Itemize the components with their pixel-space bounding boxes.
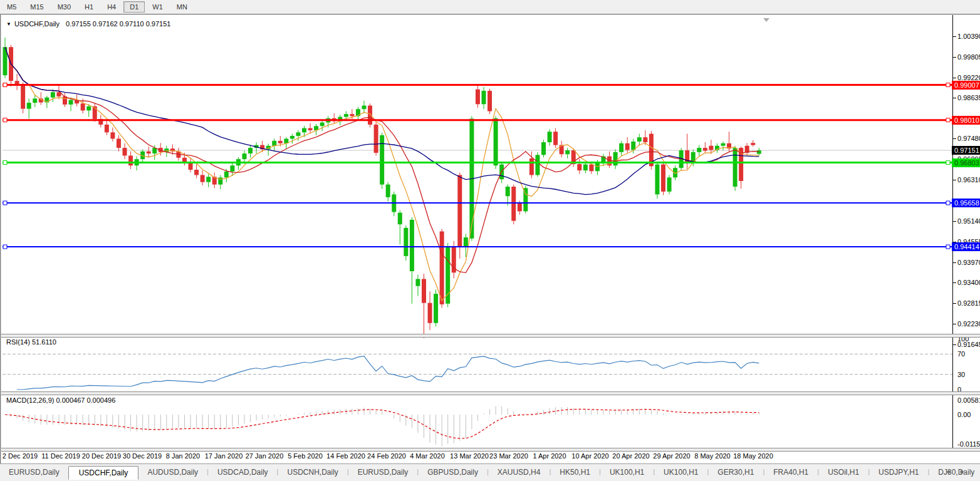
panel-splitter-rsi-macd[interactable]	[1, 391, 980, 395]
candle-body	[415, 279, 420, 286]
chart-bottom-border	[1, 448, 980, 452]
price-tick-label: 0.92815	[957, 299, 980, 307]
candle-body	[230, 165, 234, 172]
candle-body	[242, 153, 247, 159]
candle-body	[422, 279, 426, 303]
candle-body	[320, 123, 325, 127]
candle-body	[434, 294, 438, 323]
date-axis-label: 24 Feb 2020	[367, 452, 406, 460]
candle-body	[476, 90, 480, 105]
candle-body	[110, 132, 115, 138]
chart-tab-gbpusd-daily[interactable]: GBPUSD,Daily	[419, 466, 487, 478]
date-axis-label: 20 Dec 2019	[82, 452, 121, 460]
chart-shift-marker-icon	[763, 18, 769, 22]
candle-body	[757, 150, 761, 154]
level-line-handle[interactable]	[3, 245, 7, 249]
price-tick-label: 0.99805	[957, 53, 980, 61]
candle-body	[518, 203, 522, 211]
candle-body	[362, 106, 367, 110]
level-line-handle[interactable]	[3, 83, 7, 87]
macd-panel-label: MACD(12,26,9) 0.000467 0.000496	[6, 396, 115, 404]
chart-tab-usdcad-daily[interactable]: USDCAD,Daily	[209, 466, 277, 478]
date-axis-label: 18 May 2020	[733, 452, 773, 460]
candle-body	[380, 135, 384, 185]
macd-axis-label: 0.00	[957, 411, 971, 418]
level-line-handle[interactable]	[946, 161, 950, 165]
date-axis-label: 8 Jan 2020	[166, 452, 200, 460]
candle-body	[410, 220, 414, 271]
level-line-handle[interactable]	[946, 118, 950, 122]
timeframe-button-h1[interactable]: H1	[78, 1, 100, 13]
timeframe-button-mn[interactable]: MN	[170, 1, 194, 13]
candle-body	[619, 143, 623, 152]
level-line-handle[interactable]	[3, 201, 7, 205]
candle-body	[529, 158, 534, 175]
timeframe-button-m15[interactable]: M15	[24, 1, 50, 13]
level-line-handle[interactable]	[946, 83, 950, 87]
date-axis-label: 23 Mar 2020	[489, 452, 528, 460]
axis-tick-mark	[953, 78, 956, 78]
chart-tab-eurusd-daily[interactable]: EURUSD,Daily	[0, 466, 68, 478]
chart-tab-hk50-h1[interactable]: HK50,H1	[551, 466, 599, 478]
timeframe-button-m30[interactable]: M30	[51, 1, 77, 13]
timeframe-button-m5[interactable]: M5	[1, 1, 23, 13]
candle-body	[661, 165, 665, 192]
candle-body	[506, 187, 510, 196]
price-tick-label: 0.93400	[957, 279, 980, 286]
axis-tick-mark	[953, 282, 956, 283]
chart-tab-usdcnh-daily[interactable]: USDCNH,Daily	[278, 466, 347, 478]
candle-body	[565, 150, 570, 154]
candle-body	[577, 164, 581, 170]
candle-body	[128, 155, 133, 165]
axis-tick-mark	[953, 324, 956, 324]
candle-body	[482, 91, 486, 104]
candle-body	[637, 137, 642, 142]
chart-tab-ger30-h1[interactable]: GER30,H1	[709, 466, 763, 478]
rsi-axis-label: 30	[957, 371, 965, 378]
chart-tab-audusd-daily[interactable]: AUDUSD,Daily	[138, 466, 207, 478]
chart-tab-uk100-h1[interactable]: UK100,H1	[655, 466, 707, 478]
date-axis-label: 5 Feb 2020	[288, 452, 323, 460]
tab-scroll-left-icon[interactable]: ◄	[945, 468, 959, 475]
level-line-handle[interactable]	[3, 118, 7, 122]
candle-body	[494, 118, 498, 165]
axis-tick-mark	[953, 303, 956, 304]
tab-scroll-arrows[interactable]: ◄►	[945, 468, 974, 475]
candle-body	[511, 187, 516, 221]
chart-tab-usdjpy-h1[interactable]: USDJPY,H1	[870, 466, 927, 478]
panel-splitter-main-rsi[interactable]	[1, 334, 980, 338]
date-axis-label: 14 Feb 2020	[326, 452, 365, 460]
tab-scroll-right-icon[interactable]: ►	[959, 468, 974, 475]
candle-body	[374, 125, 378, 153]
rsi-line	[17, 356, 759, 390]
symbol-dropdown-icon[interactable]: ▼	[6, 21, 11, 27]
macd-axis-label: -0.011514	[957, 440, 980, 448]
date-axis-label: 29 Apr 2020	[653, 452, 690, 460]
chart-title: ▼USDCHF,Daily0.97155 0.97162 0.97110 0.9…	[6, 20, 170, 28]
date-axis-label: 1 Apr 2020	[533, 452, 566, 460]
level-price-tag: 0.96803	[952, 158, 980, 167]
chart-tab-uk100-h1[interactable]: UK100,H1	[601, 466, 653, 478]
level-line-handle[interactable]	[946, 245, 950, 249]
chart-tab-xauusd-h4[interactable]: XAUUSD,H4	[489, 466, 550, 478]
timeframe-button-h4[interactable]: H4	[101, 1, 122, 13]
candle-body	[625, 143, 630, 150]
candle-body	[344, 114, 348, 117]
chart-tab-fra40-h1[interactable]: FRA40,H1	[764, 466, 817, 478]
chart-tab-usoil-h1[interactable]: USOil,H1	[819, 466, 868, 478]
axis-tick-mark	[953, 262, 956, 263]
price-tick-label: 1.00390	[957, 33, 980, 40]
candle-body	[21, 85, 25, 109]
candle-body	[302, 128, 306, 133]
candle-body	[51, 92, 55, 97]
timeframe-button-w1[interactable]: W1	[146, 1, 169, 13]
level-line-handle[interactable]	[3, 161, 7, 165]
level-line-handle[interactable]	[946, 201, 950, 205]
candle-body	[643, 137, 647, 142]
timeframe-button-d1[interactable]: D1	[123, 1, 145, 13]
chart-tab-eurusd-daily[interactable]: EURUSD,Daily	[349, 466, 417, 478]
chart-window[interactable]: ▼USDCHF,Daily0.97155 0.97162 0.97110 0.9…	[0, 14, 980, 465]
candle-body	[248, 148, 253, 153]
chart-tab-usdchf-daily[interactable]: USDCHF,Daily	[68, 466, 139, 480]
rsi-panel-label: RSI(14) 51.6110	[6, 338, 56, 346]
